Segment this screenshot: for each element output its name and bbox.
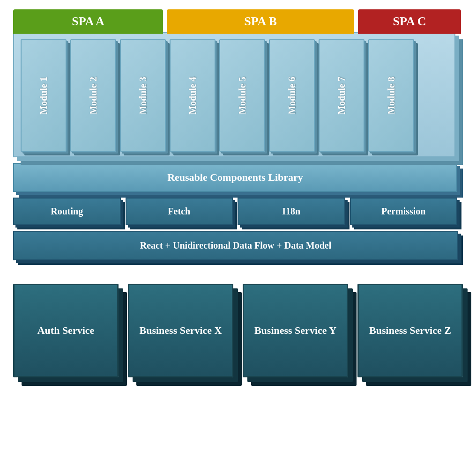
bottom-service-block-3: Business Service Y bbox=[243, 284, 348, 377]
services-row: RoutingFetchI18nPermission bbox=[13, 198, 457, 225]
top-diagram: SPA A SPA B SPA C Module 1Module 2Module… bbox=[13, 9, 463, 260]
bottom-service-label-2: Business Service X bbox=[140, 324, 222, 338]
spa-b-label: SPA B bbox=[244, 15, 277, 29]
bottom-service-label-4: Business Service Z bbox=[369, 324, 451, 338]
module-block-1: Module 1 bbox=[21, 39, 67, 152]
main-container: SPA A SPA B SPA C Module 1Module 2Module… bbox=[13, 9, 463, 377]
module-block-4: Module 4 bbox=[170, 39, 216, 152]
spa-row: SPA A SPA B SPA C bbox=[13, 9, 463, 34]
bottom-service-block-4: Business Service Z bbox=[357, 284, 463, 377]
spa-b-block: SPA B bbox=[167, 9, 354, 34]
module-label-4: Module 4 bbox=[187, 77, 198, 115]
module-block-3: Module 3 bbox=[120, 39, 166, 152]
module-label-8: Module 8 bbox=[386, 77, 397, 115]
bottom-service-label-1: Auth Service bbox=[37, 324, 95, 338]
modules-container: Module 1Module 2Module 3Module 4Module 5… bbox=[13, 32, 455, 157]
bottom-service-block-1: Auth Service bbox=[13, 284, 119, 377]
modules-row: Module 1Module 2Module 3Module 4Module 5… bbox=[21, 39, 448, 152]
bottom-services: Auth ServiceBusiness Service XBusiness S… bbox=[13, 284, 463, 377]
spa-a-label: SPA A bbox=[72, 15, 104, 29]
reusable-components-bar: Reusable Components Library bbox=[13, 163, 457, 192]
module-block-6: Module 6 bbox=[269, 39, 315, 152]
module-block-7: Module 7 bbox=[319, 39, 364, 152]
module-label-7: Module 7 bbox=[336, 77, 347, 115]
bottom-service-block-2: Business Service X bbox=[128, 284, 233, 377]
service-block-i18n: I18n bbox=[238, 198, 345, 225]
module-block-2: Module 2 bbox=[70, 39, 116, 152]
reusable-components-label: Reusable Components Library bbox=[167, 171, 303, 183]
module-block-5: Module 5 bbox=[219, 39, 265, 152]
module-label-6: Module 6 bbox=[287, 77, 298, 115]
spa-a-block: SPA A bbox=[13, 9, 163, 34]
module-block-8: Module 8 bbox=[368, 39, 414, 152]
module-label-5: Module 5 bbox=[237, 77, 248, 115]
module-label-1: Module 1 bbox=[38, 77, 49, 115]
react-bar: React + Unidirectional Data Flow + Data … bbox=[13, 231, 458, 260]
bottom-service-label-3: Business Service Y bbox=[254, 324, 336, 338]
module-label-3: Module 3 bbox=[138, 77, 149, 115]
spa-c-block: SPA C bbox=[358, 9, 461, 34]
react-bar-label: React + Unidirectional Data Flow + Data … bbox=[140, 240, 331, 250]
service-block-routing: Routing bbox=[13, 198, 121, 225]
module-label-2: Module 2 bbox=[88, 77, 99, 115]
service-block-fetch: Fetch bbox=[126, 198, 233, 225]
service-block-permission: Permission bbox=[350, 198, 458, 225]
spa-c-label: SPA C bbox=[393, 15, 426, 29]
